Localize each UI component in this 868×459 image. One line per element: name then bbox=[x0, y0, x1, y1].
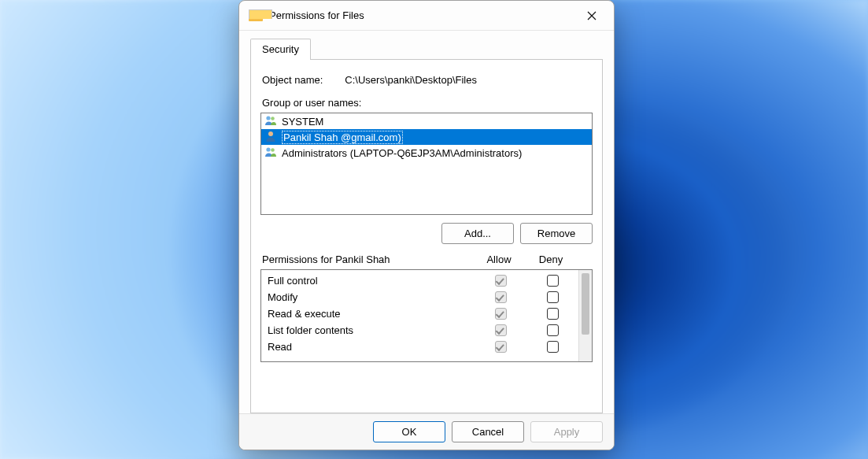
svg-point-4 bbox=[271, 148, 275, 152]
object-name-row: Object name: C:\Users\panki\Desktop\File… bbox=[262, 74, 591, 86]
tab-panel-security: Object name: C:\Users\panki\Desktop\File… bbox=[250, 59, 603, 413]
permission-label: List folder contents bbox=[268, 324, 475, 336]
deny-column-header: Deny bbox=[525, 254, 577, 265]
user-icon bbox=[264, 130, 277, 145]
ok-button[interactable]: OK bbox=[373, 421, 445, 442]
deny-cell bbox=[526, 275, 578, 287]
svg-point-0 bbox=[266, 116, 270, 120]
titlebar[interactable]: Permissions for Files bbox=[239, 1, 614, 31]
permission-label: Full control bbox=[268, 275, 475, 287]
close-icon bbox=[587, 11, 597, 20]
deny-checkbox[interactable] bbox=[547, 275, 559, 287]
cancel-button[interactable]: Cancel bbox=[452, 421, 524, 442]
group-user-listbox[interactable]: SYSTEMPankil Shah @gmail.com)Administrat… bbox=[260, 113, 593, 215]
permission-row: Modify bbox=[268, 289, 578, 305]
list-item[interactable]: SYSTEM bbox=[261, 113, 592, 129]
permission-row: Read bbox=[268, 339, 578, 355]
list-item-label: Administrators (LAPTOP-Q6EJP3AM\Administ… bbox=[282, 147, 522, 159]
apply-button[interactable]: Apply bbox=[530, 421, 603, 442]
permission-label: Read & execute bbox=[268, 308, 475, 320]
group-list-label: Group or user names: bbox=[262, 97, 591, 109]
deny-cell bbox=[526, 341, 578, 353]
tab-strip: Security bbox=[250, 39, 603, 60]
deny-cell bbox=[526, 291, 578, 303]
svg-point-3 bbox=[266, 147, 270, 151]
allow-cell bbox=[475, 275, 526, 287]
allow-checkbox bbox=[495, 291, 507, 303]
allow-checkbox bbox=[495, 341, 507, 353]
list-item[interactable]: Administrators (LAPTOP-Q6EJP3AM\Administ… bbox=[261, 145, 592, 161]
allow-cell bbox=[475, 308, 526, 320]
group-icon bbox=[264, 114, 277, 129]
permission-row: Read & execute bbox=[268, 305, 578, 322]
permissions-header: Permissions for Pankil Shah Allow Deny bbox=[262, 254, 591, 265]
allow-checkbox bbox=[495, 275, 507, 287]
list-buttons: Add... Remove bbox=[260, 223, 593, 244]
permission-row: List folder contents bbox=[268, 322, 578, 339]
permission-label: Modify bbox=[268, 291, 475, 303]
window-title: Permissions for Files bbox=[269, 9, 574, 21]
list-item-label: SYSTEM bbox=[282, 116, 323, 128]
scrollbar-thumb[interactable] bbox=[582, 273, 589, 335]
allow-cell bbox=[475, 324, 526, 336]
allow-column-header: Allow bbox=[473, 254, 525, 265]
close-button[interactable] bbox=[574, 3, 609, 28]
svg-point-2 bbox=[268, 131, 273, 136]
deny-checkbox[interactable] bbox=[547, 291, 559, 303]
remove-button[interactable]: Remove bbox=[520, 223, 593, 244]
allow-checkbox bbox=[495, 324, 507, 336]
permissions-dialog: Permissions for Files Security Object na… bbox=[238, 0, 615, 450]
group-icon bbox=[264, 146, 277, 161]
folder-icon bbox=[249, 9, 263, 21]
deny-checkbox[interactable] bbox=[547, 341, 559, 353]
allow-checkbox bbox=[495, 308, 507, 320]
object-name-value[interactable]: C:\Users\panki\Desktop\Files bbox=[345, 74, 477, 86]
add-button[interactable]: Add... bbox=[441, 223, 514, 244]
deny-checkbox[interactable] bbox=[547, 308, 559, 320]
dialog-content: Security Object name: C:\Users\panki\Des… bbox=[239, 31, 614, 413]
permissions-rows: Full controlModifyRead & executeList fol… bbox=[261, 270, 578, 361]
permissions-for-label: Permissions for Pankil Shah bbox=[262, 254, 473, 265]
permissions-scrollbar[interactable] bbox=[578, 270, 592, 361]
deny-cell bbox=[526, 308, 578, 320]
list-item[interactable]: Pankil Shah @gmail.com) bbox=[261, 129, 592, 145]
permission-row: Full control bbox=[268, 272, 578, 289]
deny-checkbox[interactable] bbox=[547, 324, 559, 336]
svg-point-1 bbox=[271, 117, 275, 120]
deny-cell bbox=[526, 324, 578, 336]
allow-cell bbox=[475, 341, 526, 353]
dialog-footer: OK Cancel Apply bbox=[239, 413, 614, 450]
object-name-label: Object name: bbox=[262, 74, 323, 86]
list-item-label: Pankil Shah @gmail.com) bbox=[282, 131, 403, 144]
permission-label: Read bbox=[268, 341, 475, 353]
allow-cell bbox=[475, 291, 526, 303]
permissions-listbox[interactable]: Full controlModifyRead & executeList fol… bbox=[260, 269, 593, 362]
tab-security[interactable]: Security bbox=[250, 39, 311, 60]
